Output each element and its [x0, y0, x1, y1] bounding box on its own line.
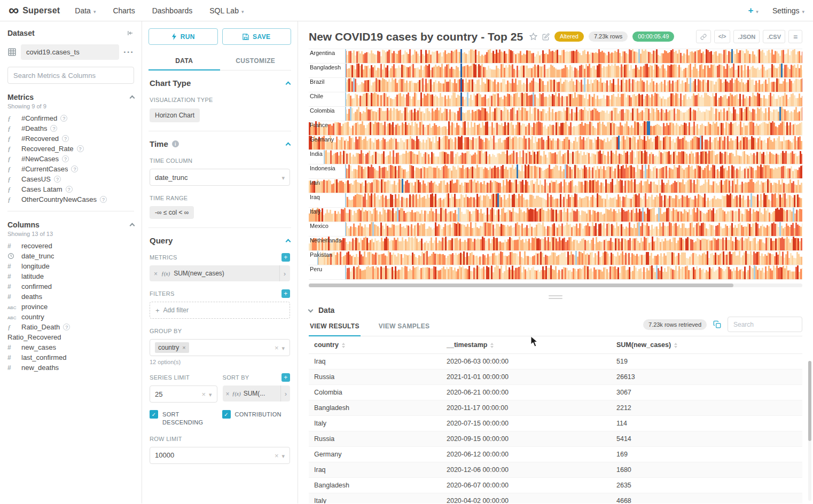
column-header--timestamp[interactable]: __timestamp	[441, 336, 611, 354]
metric-item[interactable]: CasesUS	[7, 174, 134, 184]
collapse-section-icon[interactable]	[286, 239, 291, 244]
column-item[interactable]: confirmed	[7, 281, 134, 292]
scrollbar-thumb[interactable]	[808, 361, 811, 441]
group-by-select[interactable]: country	[150, 339, 290, 356]
horizon-row[interactable]: Chile	[309, 92, 802, 107]
embed-code-button[interactable]	[714, 30, 730, 43]
export-csv-button[interactable]: .CSV	[763, 30, 785, 43]
nav-item-charts[interactable]: Charts	[113, 0, 135, 21]
altered-badge[interactable]: Altered	[554, 32, 584, 42]
add-filter-button[interactable]	[282, 289, 290, 298]
column-item[interactable]: country	[7, 312, 134, 322]
viz-type-pill[interactable]: Horizon Chart	[150, 108, 200, 122]
column-item[interactable]: Ratio_Recovered	[7, 332, 134, 342]
horizon-row[interactable]: Netherlands	[309, 237, 802, 251]
collapse-panel-icon[interactable]	[127, 29, 134, 37]
column-item[interactable]: recovered	[7, 241, 134, 251]
tab-view-samples[interactable]: VIEW SAMPLES	[378, 316, 431, 336]
favorite-star-icon[interactable]	[529, 33, 537, 41]
data-section-toggle[interactable]: Data	[309, 306, 802, 314]
clear-select-icon[interactable]	[275, 343, 279, 352]
time-column-select[interactable]: date_trunc	[150, 169, 290, 186]
metric-item[interactable]: #NewCases	[7, 154, 134, 164]
group-by-tag[interactable]: country	[155, 342, 189, 353]
run-button[interactable]: RUN	[148, 28, 218, 45]
table-row[interactable]: Bangladesh2020-11-17 00:00:002212	[309, 400, 802, 416]
metric-pill[interactable]: ƒ(x) SUM(new_cases)	[150, 265, 290, 281]
expand-sort-icon[interactable]	[280, 385, 287, 401]
expand-metric-icon[interactable]	[279, 265, 286, 281]
column-item[interactable]: deaths	[7, 292, 134, 302]
horizontal-scrollbar[interactable]	[309, 284, 802, 287]
clear-select-icon[interactable]	[201, 389, 206, 399]
column-item[interactable]: date_trunc	[7, 251, 134, 261]
table-row[interactable]: Italy2020-04-02 00:00:004668	[309, 493, 802, 504]
remove-sort-icon[interactable]	[226, 389, 230, 398]
column-item[interactable]: new_deaths	[7, 363, 134, 373]
column-item[interactable]: province	[7, 302, 134, 312]
row-limit-select[interactable]: 10000	[150, 447, 290, 464]
new-item-menu[interactable]: +	[748, 5, 758, 16]
column-item[interactable]: latitude	[7, 271, 134, 281]
contribution-checkbox[interactable]: CONTRIBUTION	[222, 410, 291, 427]
chart-menu-button[interactable]	[788, 30, 802, 43]
nav-item-data[interactable]: Data	[75, 0, 96, 21]
series-limit-select[interactable]: 25	[150, 385, 217, 403]
table-row[interactable]: Iraq2020-06-03 00:00:00519	[309, 354, 802, 369]
horizon-row[interactable]: Pakistan	[309, 251, 802, 265]
sort-icon[interactable]	[490, 343, 494, 348]
panel-resize-handle[interactable]	[549, 295, 562, 299]
clear-select-icon[interactable]	[275, 451, 279, 460]
export-json-button[interactable]: .JSON	[733, 30, 760, 43]
settings-menu[interactable]: Settings	[772, 6, 804, 15]
column-item[interactable]: longitude	[7, 261, 134, 271]
collapse-columns-icon[interactable]	[130, 223, 135, 229]
tab-customize[interactable]: CUSTOMIZE	[220, 52, 292, 70]
horizon-row[interactable]: Germany	[309, 136, 802, 150]
column-item[interactable]: last_confirmed	[7, 352, 134, 363]
horizon-row[interactable]: Indonesia	[309, 164, 802, 179]
metric-item[interactable]: #Recovered	[7, 133, 134, 144]
nav-item-dashboards[interactable]: Dashboards	[152, 0, 193, 21]
sort-descending-checkbox[interactable]: SORT DESCENDING	[150, 410, 218, 427]
edit-properties-icon[interactable]	[542, 33, 550, 41]
vertical-scrollbar[interactable]	[808, 361, 811, 501]
metric-item[interactable]: Recovered_Rate	[7, 144, 134, 154]
dataset-more-icon[interactable]	[123, 47, 134, 58]
copy-icon[interactable]	[713, 320, 721, 328]
sort-icon[interactable]	[342, 343, 345, 348]
scrollbar-thumb[interactable]	[309, 284, 733, 287]
metric-item[interactable]: OtherCountryNewCases	[7, 194, 134, 204]
add-sort-button[interactable]	[282, 373, 290, 382]
collapse-section-icon[interactable]	[286, 142, 291, 147]
column-item[interactable]: new_cases	[7, 342, 134, 352]
column-header-country[interactable]: country	[309, 336, 441, 354]
tab-view-results[interactable]: VIEW RESULTS	[309, 316, 361, 336]
table-row[interactable]: Russia2021-01-01 00:00:0026613	[309, 369, 802, 385]
horizon-row[interactable]: France	[309, 121, 802, 136]
metric-item[interactable]: Cases Latam	[7, 184, 134, 194]
metric-item[interactable]: #Confirmed	[7, 113, 134, 123]
add-metric-button[interactable]	[282, 253, 290, 262]
save-button[interactable]: SAVE	[222, 28, 292, 45]
tab-data[interactable]: DATA	[148, 52, 220, 70]
column-header-sum-new-cases-[interactable]: SUM(new_cases)	[611, 336, 802, 354]
time-range-pill[interactable]: -∞ ≤ col < ∞	[150, 206, 194, 219]
results-search-input[interactable]	[728, 317, 802, 332]
horizon-row[interactable]: Iraq	[309, 193, 802, 208]
table-row[interactable]: Iraq2020-12-06 00:00:001680	[309, 462, 802, 478]
table-row[interactable]: Russia2020-09-15 00:00:005414	[309, 431, 802, 447]
horizon-row[interactable]: Italy	[309, 208, 802, 222]
sort-by-pill[interactable]: ƒ(x) SUM(...	[223, 385, 291, 401]
collapse-metrics-icon[interactable]	[130, 96, 135, 101]
add-filter-dropzone[interactable]: Add filter	[150, 302, 290, 319]
metric-item[interactable]: #Deaths	[7, 123, 134, 133]
remove-tag-icon[interactable]	[182, 344, 185, 351]
horizon-row[interactable]: Peru	[309, 265, 802, 280]
table-row[interactable]: Bangladesh2020-06-07 00:00:002635	[309, 478, 802, 493]
nav-item-sql-lab[interactable]: SQL Lab	[209, 0, 244, 21]
sort-icon[interactable]	[674, 343, 677, 348]
superset-brand[interactable]: Superset	[9, 4, 60, 17]
horizon-row[interactable]: Brazil	[309, 78, 802, 92]
horizon-row[interactable]: Mexico	[309, 222, 802, 237]
